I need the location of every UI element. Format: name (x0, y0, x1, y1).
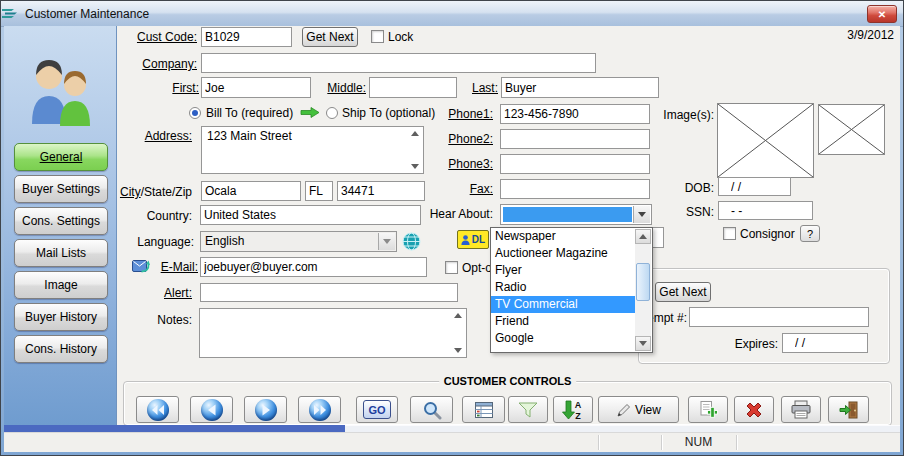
dropdown-option[interactable]: Auctioneer Magazine (491, 245, 635, 262)
ship-to-radio[interactable] (326, 107, 338, 119)
search-button[interactable] (410, 396, 453, 423)
svg-text:A: A (575, 400, 582, 410)
dropdown-option[interactable]: Flyer (491, 262, 635, 279)
scroll-thumb[interactable] (636, 263, 650, 301)
title-bar[interactable]: Customer Maintenance ✕ (1, 1, 903, 27)
view-button[interactable]: View (598, 396, 679, 423)
close-button[interactable]: ✕ (867, 5, 897, 23)
globe-icon[interactable] (402, 232, 421, 251)
add-record-button[interactable] (688, 396, 728, 423)
filter-button[interactable] (508, 396, 548, 423)
current-date: 3/9/2012 (760, 28, 894, 42)
phone1-input[interactable] (500, 104, 650, 124)
hear-about-dropdown-list[interactable]: Newspaper Auctioneer Magazine Flyer Radi… (490, 227, 653, 353)
sidebar-item-label: Buyer History (25, 310, 97, 324)
get-next-button[interactable]: Get Next (302, 27, 358, 47)
green-arrow-icon (300, 106, 320, 119)
language-combobox[interactable]: English (200, 231, 397, 252)
sidebar-item-buyer-history[interactable]: Buyer History (14, 303, 108, 331)
status-bar: NUM (4, 432, 900, 452)
status-divider (736, 435, 737, 450)
dropdown-scrollbar[interactable] (635, 229, 651, 351)
browse-list-button[interactable] (462, 396, 505, 423)
exempt-number-input[interactable] (689, 307, 869, 327)
first-record-icon (147, 399, 169, 421)
cust-code-input[interactable] (201, 27, 292, 47)
dropdown-option[interactable]: Google (491, 330, 635, 347)
notes-textarea[interactable] (199, 308, 467, 358)
phone3-input[interactable] (500, 154, 650, 174)
sort-az-button[interactable]: A Z (553, 396, 593, 423)
dropdown-option[interactable]: Newspaper (491, 228, 635, 245)
last-record-icon (309, 399, 331, 421)
expires-input[interactable] (782, 333, 868, 353)
scroll-down-button[interactable] (635, 336, 651, 351)
state-input[interactable] (305, 181, 333, 201)
opt-out-checkbox[interactable] (445, 261, 458, 274)
hear-about-combobox[interactable] (500, 204, 652, 225)
dob-label: DOB: (658, 181, 714, 195)
bill-to-radio[interactable] (189, 107, 201, 119)
nav-next-button[interactable] (244, 396, 287, 423)
consignor-checkbox[interactable] (723, 227, 736, 240)
company-input[interactable] (201, 53, 596, 73)
customer-maintenance-window: Customer Maintenance ✕ General Buyer Set… (0, 0, 904, 456)
nav-last-button[interactable] (298, 396, 341, 423)
delete-x-icon (744, 400, 764, 420)
language-label: Language: (84, 235, 194, 249)
image-placeholder-large[interactable] (717, 103, 814, 178)
nav-prev-button[interactable] (190, 396, 233, 423)
customer-controls-title: CUSTOMER CONTROLS (439, 375, 577, 387)
fax-input[interactable] (500, 179, 650, 199)
country-input[interactable] (200, 205, 421, 225)
go-icon: GO (363, 400, 391, 419)
first-name-input[interactable] (201, 77, 311, 98)
alert-input[interactable] (200, 283, 458, 302)
nav-first-button[interactable] (136, 396, 179, 423)
sidebar-item-image[interactable]: Image (14, 271, 108, 299)
scroll-up-button[interactable] (635, 229, 651, 244)
scroll-up-icon[interactable] (454, 313, 462, 318)
address-textarea[interactable]: 123 Main Street (201, 126, 424, 174)
table-list-icon (474, 401, 494, 419)
hear-about-label: Hear About: (393, 207, 493, 221)
ssn-label: SSN: (658, 205, 714, 219)
phone2-input[interactable] (500, 129, 650, 149)
combo-arrow-button[interactable] (633, 206, 650, 223)
tax-get-next-button[interactable]: Get Next (655, 282, 711, 302)
ssn-input[interactable] (718, 201, 813, 220)
exit-door-icon (839, 400, 859, 420)
exit-button[interactable] (828, 396, 869, 423)
sidebar-item-general[interactable]: General (14, 143, 108, 171)
last-name-input[interactable] (501, 77, 659, 98)
phone3-label: Phone3: (393, 157, 493, 171)
dropdown-option[interactable]: Radio (491, 279, 635, 296)
printer-icon (790, 400, 812, 419)
lock-checkbox[interactable] (371, 30, 384, 43)
image-placeholder-small[interactable] (818, 104, 885, 155)
dropdown-option[interactable]: Friend (491, 313, 635, 330)
sidebar-item-label: General (40, 150, 83, 164)
sidebar-item-cons-history[interactable]: Cons. History (14, 335, 108, 363)
expires-label: Expires: (716, 337, 778, 351)
drivers-license-button[interactable]: DL (457, 230, 489, 249)
help-button[interactable]: ? (800, 225, 820, 242)
company-label: Company: (64, 57, 197, 71)
search-icon (422, 400, 442, 420)
window-title: Customer Maintenance (25, 7, 149, 21)
print-button[interactable] (781, 396, 821, 423)
previous-record-icon (201, 399, 223, 421)
cust-code-label: Cust Code: (64, 30, 197, 44)
image-x-icon (718, 104, 813, 177)
scroll-down-icon[interactable] (454, 348, 462, 353)
dob-input[interactable] (718, 177, 791, 196)
add-plus-icon (698, 400, 718, 420)
last-name-label: Last: (436, 81, 498, 95)
combo-arrow-button[interactable] (378, 233, 395, 250)
city-input[interactable] (201, 181, 301, 201)
email-input[interactable] (200, 257, 427, 277)
delete-record-button[interactable] (734, 396, 774, 423)
go-button[interactable]: GO (356, 396, 398, 423)
filter-funnel-icon (517, 401, 539, 419)
dropdown-option-highlighted[interactable]: TV Commercial (491, 296, 635, 313)
